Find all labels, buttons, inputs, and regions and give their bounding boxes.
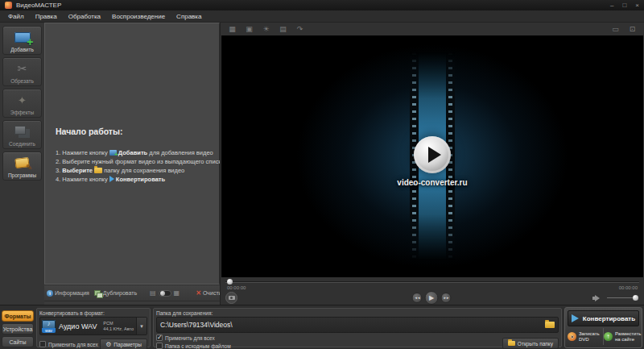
format-selector[interactable]: Аудио WAV PCM 44,1 KHz, Авто ▼ [39,317,147,335]
prev-frame-button[interactable]: ◄◄ [412,293,423,303]
source-folder-label: Папка с исходным файлом [165,343,231,349]
sidebar-item-join[interactable]: Соединить [2,120,42,149]
tab-devices[interactable]: Устройства [2,323,34,334]
format-details: PCM 44,1 KHz, Авто [103,321,136,332]
aspect-icon[interactable]: ▣ [244,25,254,33]
tab-formats[interactable]: Форматы [2,310,34,322]
programs-icon [11,155,34,171]
browse-folder-icon[interactable] [545,322,555,328]
file-list-panel[interactable]: Начало работы: 1. Нажмите кнопку Добавит… [44,23,220,285]
seek-track[interactable] [225,281,639,283]
title-bar: ВидеоМАСТЕР – □ × [0,0,644,10]
folder-icon [94,168,102,173]
sidebar: ДобавитьОбрезатьЭффектыСоединитьПрограмм… [0,23,44,305]
format-section: Конвертировать в формат: Аудио WAV PCM 4… [36,308,151,347]
big-play-icon[interactable] [414,136,451,173]
getting-started-steps: 1. Нажмите кнопку Добавить для добавлени… [56,149,214,184]
folder-section: Папка для сохранения: C:\Users\79134\Vid… [153,308,562,347]
open-folder-button[interactable]: Открыть папку [502,338,559,349]
sidebar-item-trim[interactable]: Обрезать [2,57,42,86]
add-video-icon [109,150,117,156]
file-list-toolbar: i Информация Дублировать ▤ ▦ ✕ Очистить … [44,285,220,301]
maximize-button[interactable]: □ [622,2,626,9]
view-switch[interactable] [159,290,171,297]
effects-icon [11,92,34,108]
params-button[interactable]: ⚙ Параметры [100,339,147,349]
folder-label: Папка для сохранения: [156,310,559,316]
player-toolbar: ▦▣☀▤↷ ▭⊡ [221,23,644,35]
join-icon [11,123,34,139]
brightness-icon[interactable]: ☀ [261,25,271,33]
trim-icon [11,60,34,77]
time-row: 00:00:00 00:00:00 [227,285,638,290]
duplicate-button[interactable]: Дублировать [94,290,137,297]
menu-bar: ФайлПравкаОбработкаВоспроизведениеСправк… [0,10,644,23]
seek-thumb[interactable] [227,279,233,285]
camera-icon [229,296,235,300]
app-icon [5,2,12,9]
player-controls: ◄◄ ▶ ►► [225,291,638,305]
burn-dvd-button[interactable]: Записать DVD [568,328,604,345]
folder-apply-all-checkbox[interactable] [156,334,163,341]
format-apply-all-label: Применить для всех [48,342,98,347]
getting-started-step: 3. Выберите папку для сохранения видео [56,167,214,175]
getting-started: Начало работы: 1. Нажмите кнопку Добавит… [56,127,214,185]
sidebar-item-add[interactable]: Добавить [2,26,42,55]
app-window: ВидеоМАСТЕР – □ × ФайлПравкаОбработкаВос… [0,0,644,349]
transport-controls: ◄◄ ▶ ►► [412,291,452,305]
menu-item[interactable]: Справка [171,11,207,22]
convert-play-icon [572,314,579,322]
format-dropdown-arrow[interactable]: ▼ [136,318,147,334]
close-button[interactable]: × [635,2,639,9]
list-view-icon: ▤ [150,289,156,297]
getting-started-step: 1. Нажмите кнопку Добавить для добавлени… [56,149,214,157]
grid-view-icon: ▦ [174,289,180,297]
volume-thumb[interactable] [633,295,638,301]
folder-apply-all-label: Применить для всех [165,335,215,341]
open-folder-icon [508,341,515,346]
menu-item[interactable]: Файл [2,11,30,22]
play-button[interactable]: ▶ [425,291,439,305]
effects-icon[interactable]: ▤ [278,25,288,33]
speaker-icon[interactable] [595,295,603,301]
crop-icon[interactable]: ▦ [227,25,237,33]
display-icon[interactable]: ▭ [610,25,621,33]
rotate-icon[interactable]: ↷ [295,25,305,33]
fullscreen-icon[interactable]: ⊡ [627,25,638,33]
gear-icon: ⚙ [105,341,111,348]
time-current: 00:00:00 [227,285,246,290]
video-screen[interactable]: video-converter.ru [221,35,643,277]
convert-section: Конвертировать Записать DVD ↑ Разместить… [564,307,642,348]
format-name: Аудио WAV [59,322,97,330]
tab-sites[interactable]: Сайты [2,336,34,347]
add-video-icon [11,29,34,45]
snapshot-button[interactable] [225,292,237,304]
minimize-button[interactable]: – [610,2,613,9]
menu-item[interactable]: Правка [30,11,63,22]
save-path-value: C:\Users\79134\Videos\ [160,321,233,329]
info-button[interactable]: i Информация [47,290,89,297]
view-toggle[interactable]: ▤ ▦ [150,289,180,297]
menu-item[interactable]: Обработка [63,11,106,22]
watermark-text: video-converter.ru [221,178,643,187]
seek-bar[interactable] [225,279,639,285]
sidebar-item-effects[interactable]: Эффекты [2,89,42,118]
format-apply-all-checkbox[interactable] [39,341,46,347]
bottom-tabs: ФорматыУстройстваСайты [2,310,34,349]
dvd-disc-icon [568,332,576,341]
format-label: Конвертировать в формат: [39,310,147,316]
sidebar-item-programs[interactable]: Программы [2,152,42,181]
menu-item[interactable]: Воспроизведение [106,11,171,22]
volume-track[interactable] [607,297,638,298]
player-toolbar-right: ▭⊡ [610,25,638,33]
convert-button[interactable]: Конвертировать [568,310,639,326]
getting-started-step: 4. Нажмите кнопку Конвертировать [56,176,214,184]
source-folder-checkbox[interactable] [156,343,163,349]
wav-format-icon [42,320,56,333]
clear-icon: ✕ [196,289,201,297]
info-icon: i [47,290,53,297]
next-frame-button[interactable]: ►► [441,293,452,303]
convert-icon [109,176,114,182]
publish-site-button[interactable]: ↑ Разместить на сайте [604,328,642,345]
save-path-field[interactable]: C:\Users\79134\Videos\ [156,317,559,333]
